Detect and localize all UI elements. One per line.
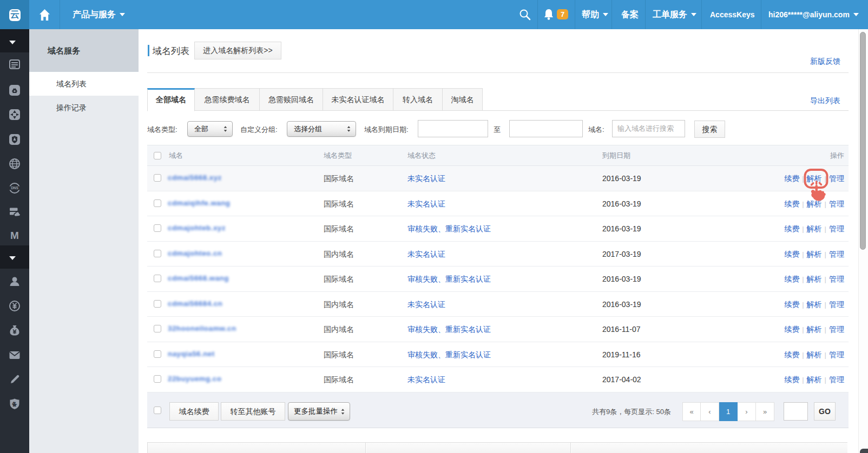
svg-text:M: M — [10, 230, 19, 241]
svg-text:备: 备 — [11, 401, 17, 407]
svg-text:DNS: DNS — [11, 186, 18, 190]
